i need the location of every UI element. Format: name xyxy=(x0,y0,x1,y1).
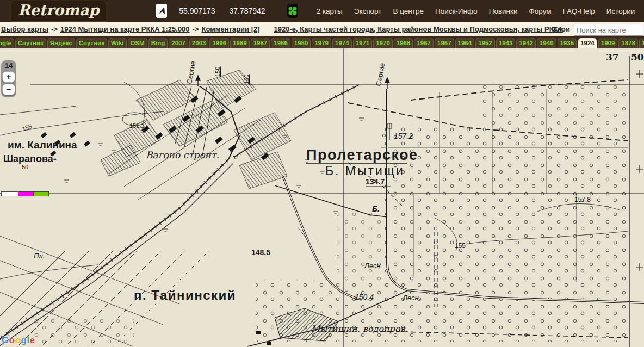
map-viewport[interactable]: им. КалининаШарапова-Вагоно строит.Проле… xyxy=(0,48,644,347)
tab-1980-13[interactable]: 1980 xyxy=(292,38,311,48)
tab-1989-10[interactable]: 1989 xyxy=(230,38,250,48)
arrow-pointer-icon xyxy=(156,5,167,16)
comments-link[interactable]: Комментарии [2] xyxy=(202,25,260,33)
menu-item-maps-count[interactable]: 2 карты xyxy=(317,7,343,15)
menu-item-center[interactable]: В центре xyxy=(393,7,424,15)
map-label: 150 xyxy=(214,67,221,77)
coordinates-display: 55.907173 37.787942 xyxy=(179,7,265,15)
menu-item-news[interactable]: Новинки xyxy=(489,7,518,15)
map-label: Вагоно строит. xyxy=(146,150,219,160)
tab-спутник-1[interactable]: Спутник xyxy=(15,38,46,48)
tab-1942-24[interactable]: 1942 xyxy=(516,38,536,48)
map-label: Сергие xyxy=(374,62,386,86)
menu-item-faq-help[interactable]: FAQ-Help xyxy=(563,7,595,15)
breadcrumb-arrow: -> xyxy=(51,25,58,33)
menu-item-search-info[interactable]: Поиск-Инфо xyxy=(435,7,478,15)
tab-1970-17[interactable]: 1970 xyxy=(373,38,393,48)
historic-map-canvas[interactable]: им. КалининаШарапова-Вагоно строит.Проле… xyxy=(0,48,644,347)
google-watermark: Google xyxy=(2,335,35,346)
tab-1952-22[interactable]: 1952 xyxy=(475,38,495,48)
tab-1967-19[interactable]: 1967 xyxy=(414,38,434,48)
green-crosshair-icon xyxy=(287,5,298,16)
tab-2003-8[interactable]: 2003 xyxy=(189,38,209,48)
tab-1974-15[interactable]: 1974 xyxy=(332,38,352,48)
tab-1979-14[interactable]: 1979 xyxy=(312,38,331,48)
map-label: 50 xyxy=(22,164,28,170)
map-search-input[interactable] xyxy=(574,24,643,36)
tab-спутник-3[interactable]: Спутник xyxy=(76,38,107,48)
map-label: 155 xyxy=(455,242,466,250)
map-label: Лесн. xyxy=(402,294,420,302)
map-label: Сергие xyxy=(185,60,197,84)
map-categories-links[interactable]: 1920-е, Карты частей города, Карты район… xyxy=(274,25,563,33)
tab-1986-12[interactable]: 1986 xyxy=(271,38,290,48)
map-label: 50' xyxy=(631,52,644,63)
tab-wiki-4[interactable]: Wiki xyxy=(108,38,127,48)
town-blocks xyxy=(101,70,291,189)
tab-1924-27[interactable]: 1924 xyxy=(578,38,597,48)
map-label: 37 xyxy=(606,52,619,63)
map-label: 151.1 xyxy=(129,122,145,129)
map-label: Мытищин. водопров. xyxy=(311,324,408,334)
tab-1971-16[interactable]: 1971 xyxy=(353,38,373,48)
map-label: 155 xyxy=(21,123,33,132)
menu-item-export[interactable]: Экспорт xyxy=(354,7,382,15)
tab-google-0[interactable]: Google xyxy=(0,38,14,48)
map-label: п. Тайнинский xyxy=(134,288,236,302)
map-label: 157.2 xyxy=(394,132,413,140)
map-label: им. Калинина xyxy=(8,139,77,151)
tab-1909-28[interactable]: 1909 xyxy=(598,38,618,48)
map-label: Б. Мытищи xyxy=(325,164,405,178)
map-label: 148.5 xyxy=(251,248,270,257)
retromap-logo[interactable]: Retromap xyxy=(11,1,106,22)
sync-maps-button[interactable] xyxy=(287,4,298,18)
map-label: Пл. xyxy=(34,252,45,260)
breadcrumb: Выбор карты -> 1924 Мытищи на карте РККА… xyxy=(0,22,644,36)
google-letter: o xyxy=(9,335,15,345)
tab-1964-21[interactable]: 1964 xyxy=(455,38,475,48)
layers-link[interactable]: Слои xyxy=(552,25,570,33)
zoom-control: 14 + − xyxy=(1,60,16,97)
map-label: 150.4 xyxy=(355,293,374,301)
longitude-value: 37.787942 xyxy=(229,7,265,15)
breadcrumb-arrow: -> xyxy=(193,25,199,33)
tab-яндекс-2[interactable]: Яндекс xyxy=(47,38,75,48)
ruler-scale-bar xyxy=(1,191,49,196)
map-label: 150 xyxy=(243,75,250,84)
tab-osm-5[interactable]: OSM xyxy=(128,38,147,48)
tab-1996-9[interactable]: 1996 xyxy=(209,38,229,48)
menu-item-stories[interactable]: Истории xyxy=(606,7,635,15)
year-tabbar-wrap: GoogleСпутникЯндексСпутникWikiOSMBing200… xyxy=(0,36,644,48)
year-tabbar: GoogleСпутникЯндексСпутникWikiOSMBing200… xyxy=(0,38,644,48)
header-menu: 2 картыЭкспортВ центреПоиск-ИнфоНовинкиФ… xyxy=(317,7,644,15)
zoom-in-button[interactable]: + xyxy=(2,71,15,83)
tab-bing-6[interactable]: Bing xyxy=(148,38,168,48)
latitude-value: 55.907173 xyxy=(179,7,215,15)
current-map-title-link[interactable]: 1924 Мытищи на карте РККА 1:25.000 xyxy=(60,25,190,33)
tab-1940-25[interactable]: 1940 xyxy=(537,38,556,48)
tab-1856-30[interactable]: 1856 xyxy=(639,38,644,48)
map-label: Пролетарское xyxy=(306,147,418,163)
google-letter: o xyxy=(15,335,21,345)
zoom-level-label: 14 xyxy=(1,61,16,70)
tab-1987-11[interactable]: 1987 xyxy=(251,38,270,48)
forest-areas xyxy=(34,82,628,346)
top-header: Retromap 55.907173 37.787942 2 картыЭксп… xyxy=(0,0,644,22)
map-label: Лесн xyxy=(364,262,381,270)
tab-1968-18[interactable]: 1968 xyxy=(394,38,413,48)
zoom-out-button[interactable]: − xyxy=(2,84,15,95)
map-label: Шарапова- xyxy=(3,153,57,164)
cursor-tool-button[interactable] xyxy=(156,4,167,18)
tab-1967-20[interactable]: 1967 xyxy=(435,38,454,48)
tab-1943-23[interactable]: 1943 xyxy=(496,38,516,48)
menu-item-forum[interactable]: Форум xyxy=(529,7,552,15)
google-letter: g xyxy=(21,335,27,345)
tab-1878-29[interactable]: 1878 xyxy=(618,38,638,48)
tab-2007-7[interactable]: 2007 xyxy=(169,38,188,48)
map-label: 134.7 xyxy=(366,177,385,186)
select-map-link[interactable]: Выбор карты xyxy=(1,25,48,33)
map-label: 157.8 xyxy=(574,196,591,203)
map-label: Б. xyxy=(372,205,380,213)
google-letter: e xyxy=(30,335,35,345)
tab-1935-26[interactable]: 1935 xyxy=(558,38,577,48)
